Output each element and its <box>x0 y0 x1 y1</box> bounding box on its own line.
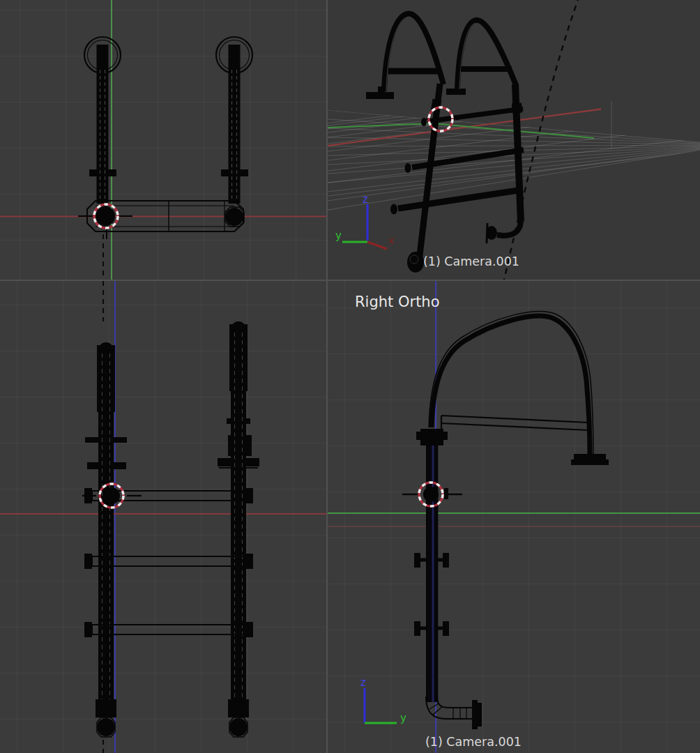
viewport-divider-vertical[interactable] <box>326 0 328 753</box>
camera-persp-canvas: z y x (1) Camera.001 <box>328 0 700 281</box>
ladder-wireframe-right <box>402 312 609 729</box>
gizmo-y-label: y <box>400 712 406 724</box>
gizmo-z-label: z <box>363 193 368 206</box>
viewport-front-ortho[interactable] <box>0 281 328 753</box>
camera-name-label: (1) Camera.001 <box>423 254 519 268</box>
viewport-top-ortho[interactable] <box>0 0 328 281</box>
axis-gizmo: z y x <box>335 193 394 249</box>
front-ortho-canvas <box>0 281 328 753</box>
right-ortho-canvas: z y Right Ortho (1) Camera.001 <box>328 281 700 753</box>
gizmo-x-axis <box>367 242 387 249</box>
gizmo-x-label: x <box>388 235 394 246</box>
ladder-wireframe-front <box>82 321 259 737</box>
axis-gizmo: z y <box>360 676 406 724</box>
viewport-divider-horizontal[interactable] <box>0 280 700 281</box>
view-name-label: Right Ortho <box>355 294 440 310</box>
top-ortho-canvas <box>0 0 328 281</box>
y-axis-line <box>328 123 594 138</box>
camera-name-label: (1) Camera.001 <box>425 735 522 749</box>
viewport-right-ortho[interactable]: z y Right Ortho (1) Camera.001 <box>328 281 700 753</box>
gizmo-y-label: y <box>335 229 342 242</box>
gizmo-z-label: z <box>360 676 366 689</box>
blender-quad-view: z y x (1) Camera.001 <box>0 0 700 753</box>
ladder-wireframe-persp <box>366 14 524 273</box>
viewport-camera-persp[interactable]: z y x (1) Camera.001 <box>328 0 700 281</box>
ladder-wireframe-top <box>78 37 252 281</box>
